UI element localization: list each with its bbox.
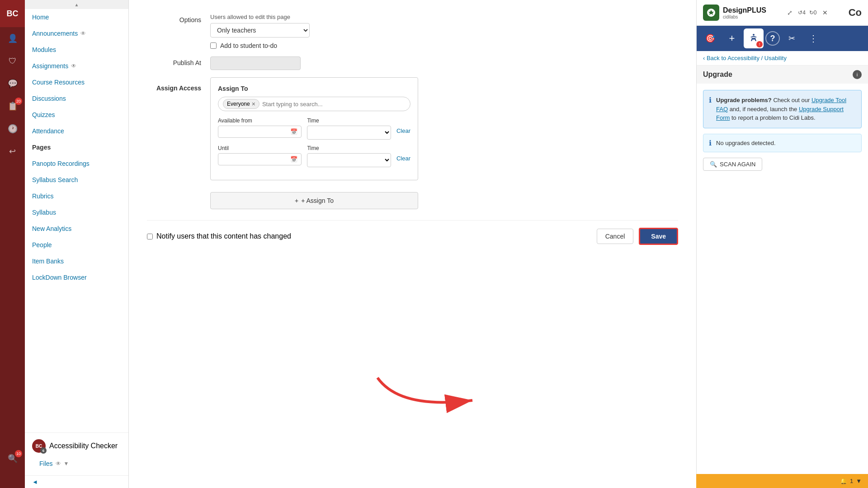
sidebar-item-lockdown-browser[interactable]: LockDown Browser (25, 269, 128, 286)
plus-icon: + (295, 197, 298, 204)
dp-logo: DesignPLUS cidilabs (703, 5, 766, 21)
sidebar-item-search[interactable]: 🔍 10 (0, 447, 25, 470)
until-clear-button[interactable]: Clear (396, 145, 410, 162)
assign-access-label: Assign Access (147, 77, 201, 92)
people-label: People (32, 241, 52, 249)
app-initials[interactable]: BC (0, 0, 25, 27)
available-from-row: Available from 📅 Time Clear (218, 117, 410, 140)
dp-toolbar: 🎯 + ! ? ✂ ⋮ (697, 26, 868, 51)
shield-icon: 🛡 (9, 56, 17, 66)
save-button[interactable]: Save (639, 228, 678, 245)
sidebar-item-rubrics[interactable]: Rubrics (25, 188, 128, 204)
notification-dropdown-icon[interactable]: ▼ (856, 478, 862, 484)
dp-expand-button[interactable]: ⤢ (785, 8, 794, 17)
dp-close-button[interactable]: ✕ (821, 8, 830, 17)
search-icon: 🔍 (710, 161, 717, 168)
dp-info-icon[interactable]: i (853, 70, 862, 79)
until-time-field: Time (307, 145, 391, 167)
until-time-select[interactable] (307, 153, 391, 167)
collapse-sidebar-button[interactable]: ◄ (32, 479, 38, 485)
sidebar-item-pages[interactable]: Pages (25, 139, 128, 155)
until-calendar-icon[interactable]: 📅 (290, 156, 297, 163)
accessibility-tool-badge: ! (756, 41, 763, 47)
sidebar-item-new-analytics[interactable]: New Analytics (25, 221, 128, 237)
available-from-field: Available from 📅 (218, 117, 302, 138)
sidebar-item-discussions[interactable]: Discussions (25, 90, 128, 107)
dp-upgrade-info-text: Upgrade problems? Check out our Upgrade … (716, 96, 856, 122)
until-input[interactable] (222, 156, 288, 163)
sidebar-item-list[interactable]: 📋 20 (0, 95, 25, 117)
dp-target-tool-button[interactable]: 🎯 (700, 28, 720, 48)
add-assign-to-button[interactable]: + + Assign To (210, 192, 418, 209)
available-from-clear-button[interactable]: Clear (396, 117, 410, 134)
sidebar-item-panopto[interactable]: Panopto Recordings (25, 155, 128, 172)
add-to-student-todo-checkbox[interactable] (210, 42, 217, 49)
dp-help-tool-button[interactable]: ? (765, 31, 780, 46)
notify-checkbox[interactable] (147, 234, 153, 239)
publish-at-content (210, 56, 678, 70)
dp-logo-icon (703, 5, 719, 21)
sidebar-item-people[interactable]: People (25, 237, 128, 253)
undo-icon: ↩ (9, 146, 16, 156)
sidebar-item-attendance[interactable]: Attendance (25, 123, 128, 139)
sidebar-item-course-resources[interactable]: Course Resources (25, 74, 128, 90)
dp-accessibility-tool-button[interactable]: ! (744, 28, 764, 48)
assignments-visibility-icon: 👁 (71, 63, 76, 69)
calendar-icon[interactable]: 📅 (290, 128, 297, 135)
sidebar-item-syllabus[interactable]: Syllabus (25, 204, 128, 221)
upgrade-support-form-link[interactable]: Upgrade Support Form (716, 106, 844, 122)
dp-more-button[interactable]: ⋮ (803, 28, 823, 48)
until-field: Until 📅 (218, 145, 302, 165)
dp-section-title: Upgrade (703, 70, 732, 79)
notification-count: 1 (850, 478, 853, 484)
sidebar-item-assignments[interactable]: Assignments 👁 (25, 58, 128, 74)
sidebar-item-item-banks[interactable]: Item Banks (25, 253, 128, 269)
pages-label: Pages (32, 144, 51, 151)
sidebar-item-clock[interactable]: 🕐 (0, 117, 25, 140)
dp-scan-again-button[interactable]: 🔍 SCAN AGAIN (703, 158, 762, 171)
sidebar-item-syllabus-search[interactable]: Syllabus Search (25, 172, 128, 188)
info-icon: ℹ (709, 96, 712, 122)
publish-at-label: Publish At (147, 56, 201, 66)
no-upgrades-info-icon: ℹ (709, 139, 712, 147)
users-allowed-dropdown[interactable]: Only teachers Teachers and Students Anyo… (210, 23, 310, 38)
dp-tools-button[interactable]: ✂ (782, 28, 802, 48)
avatar: BC 6 (32, 439, 46, 453)
dp-redo-label: ↻0 (809, 9, 817, 16)
until-time-label: Time (307, 145, 391, 151)
publish-at-input[interactable] (210, 56, 301, 70)
options-row: Options Users allowed to edit this page … (147, 14, 678, 49)
sidebar-user[interactable]: BC 6 Accessibility Checker (32, 436, 121, 455)
sidebar-item-files[interactable]: Files 👁 ▼ (32, 455, 121, 472)
dp-breadcrumb[interactable]: ‹ Back to Accessibility / Usability (697, 51, 868, 66)
dp-content: ℹ Upgrade problems? Check out our Upgrad… (697, 84, 868, 488)
notification-bar: 🔔 1 ▼ (696, 474, 868, 488)
sidebar-item-profile[interactable]: 👤 (0, 27, 25, 50)
syllabus-search-label: Syllabus Search (32, 176, 78, 183)
design-plus-panel: DesignPLUS cidilabs ⤢ ↺4 ↻0 ✕ Co 🎯 + ! ?… (696, 0, 868, 488)
scroll-indicator: ▲ (25, 0, 128, 9)
sidebar-item-quizzes[interactable]: Quizzes (25, 107, 128, 123)
available-from-label: Available from (218, 117, 302, 124)
add-to-student-todo-label: Add to student to-do (220, 42, 277, 49)
available-from-input[interactable] (222, 128, 288, 135)
dp-no-upgrades-text: No upgrades detected. (716, 140, 776, 146)
sidebar-item-undo[interactable]: ↩ (0, 140, 25, 163)
files-expand-icon: ▼ (64, 460, 69, 467)
sidebar-item-announcements[interactable]: Announcements 👁 (25, 25, 128, 42)
sidebar-item-shield[interactable]: 🛡 (0, 50, 25, 72)
dp-add-tool-button[interactable]: + (722, 28, 742, 48)
tag-close-button[interactable]: × (252, 100, 255, 108)
sidebar-item-home[interactable]: Home (25, 9, 128, 25)
available-from-time-select[interactable] (307, 126, 391, 140)
files-label: Files (39, 460, 53, 467)
cancel-button[interactable]: Cancel (597, 229, 634, 244)
sidebar-item-modules[interactable]: Modules (25, 42, 128, 58)
available-from-time-label: Time (307, 117, 391, 124)
sidebar-item-chat[interactable]: 💬 (0, 72, 25, 95)
svg-point-2 (753, 34, 755, 36)
assign-search-input[interactable] (262, 101, 406, 108)
quizzes-label: Quizzes (32, 111, 55, 118)
bottom-actions: Notify users that this content has chang… (147, 220, 678, 245)
assign-search-field[interactable]: Everyone × (218, 97, 410, 111)
